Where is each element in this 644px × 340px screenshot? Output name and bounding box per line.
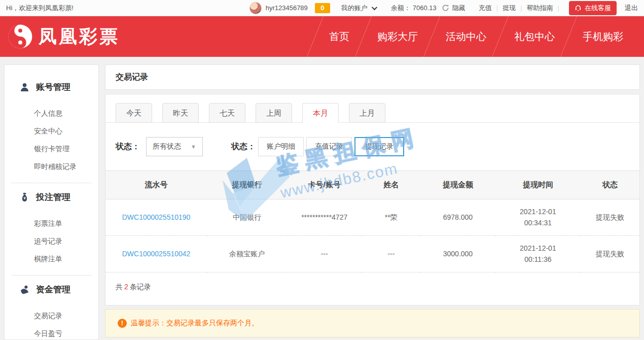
- cell-card: ***********4727: [287, 199, 362, 236]
- divider: [12, 183, 91, 183]
- cell-name: **荣: [362, 199, 420, 236]
- filter-withdraw-records-button[interactable]: 提现记录: [354, 137, 404, 156]
- records-table: 流水号 提现银行 卡号/账号 姓名 提现金额 提现时间 状态 DWC100002…: [105, 171, 639, 273]
- sidebar-item-audit-record[interactable]: 即时稽核记录: [5, 158, 98, 176]
- sidebar-section-title: 账号管理: [36, 81, 70, 93]
- balance-label: 余额：: [391, 4, 411, 13]
- caret-down-icon: ▼: [191, 144, 196, 150]
- sidebar-item-bank-card[interactable]: 银行卡管理: [5, 140, 98, 158]
- sidebar-section-title: 资金管理: [36, 284, 70, 295]
- col-card: 卡号/账号: [287, 171, 362, 199]
- username[interactable]: hyr123456789: [266, 4, 308, 12]
- cell-amount: 3000.000: [420, 235, 495, 272]
- phoenix-logo-icon: [7, 23, 33, 50]
- divider: |: [520, 4, 522, 12]
- sidebar-item-board-orders[interactable]: 棋牌注单: [5, 250, 98, 268]
- filter-row: 状态： 所有状态 ▼ 状态： 账户明细 充值记录 提现记录: [105, 123, 639, 171]
- balance-display: 余额： 7060.13 隐藏: [391, 4, 466, 13]
- user-icon: [20, 82, 29, 92]
- sidebar-item-personal-info[interactable]: 个人信息: [5, 105, 98, 122]
- warning-icon: !: [118, 319, 127, 328]
- tab-yesterday[interactable]: 昨天: [162, 103, 199, 123]
- brand-logo[interactable]: 凤凰彩票: [7, 23, 120, 50]
- top-utility-bar: Hi，欢迎来到凤凰彩票! hyr123456789 0 我的账户 余额： 706…: [0, 0, 644, 16]
- tab-last-month[interactable]: 上月: [349, 103, 385, 123]
- cell-name: ---: [362, 235, 420, 272]
- record-count-value: 2: [124, 283, 128, 291]
- col-serial: 流水号: [105, 171, 207, 199]
- status-filter-label: 状态：: [116, 142, 140, 152]
- nav-item-activity-center[interactable]: 活动中心: [432, 30, 500, 44]
- nav-item-mobile[interactable]: 手机购彩: [569, 30, 637, 44]
- table-row: DWC1000025510190 中国银行 ***********4727 **…: [105, 199, 639, 236]
- sidebar-item-security-center[interactable]: 安全中心: [5, 122, 98, 140]
- nav-item-home[interactable]: 首页: [315, 30, 363, 44]
- record-count: 共2条记录: [105, 273, 639, 305]
- cell-card: ---: [287, 235, 362, 272]
- nav-item-gift-center[interactable]: 礼包中心: [500, 30, 568, 44]
- sidebar-item-lottery-orders[interactable]: 彩票注单: [5, 215, 98, 232]
- cell-serial[interactable]: DWC1000025510190: [105, 199, 207, 236]
- withdraw-link[interactable]: 提现: [503, 4, 516, 13]
- date-tabs: 今天 昨天 七天 上周 本月 上月: [105, 94, 639, 123]
- moneybag-icon: ¥: [20, 192, 29, 202]
- cell-bank: 中国银行: [207, 199, 287, 236]
- notice-banner: ! 温馨提示：交易记录最多只保存两个月。: [105, 309, 640, 337]
- cell-status: 提现失败: [581, 199, 639, 236]
- sidebar-item-today-profit[interactable]: 今日盈亏: [5, 325, 98, 340]
- sidebar-section-account: 账号管理: [5, 81, 98, 93]
- filter-recharge-records-button[interactable]: 充值记录: [306, 137, 352, 156]
- notice-text: 温馨提示：交易记录最多只保存两个月。: [131, 319, 259, 328]
- refresh-icon[interactable]: [442, 4, 449, 12]
- main-content: 交易记录 今天 昨天 七天 上周 本月 上月 状态： 所有状态 ▼ 状态： 账户…: [105, 64, 640, 340]
- brand-name: 凤凰彩票: [39, 24, 120, 49]
- records-panel: 今天 昨天 七天 上周 本月 上月 状态： 所有状态 ▼ 状态： 账户明细 充值…: [105, 94, 640, 305]
- divider: [12, 275, 91, 276]
- online-service-label: 在线客服: [585, 4, 611, 13]
- sidebar-item-chase-records[interactable]: 追号记录: [5, 232, 98, 250]
- sidebar: 账号管理 个人信息 安全中心 银行卡管理 即时稽核记录 ¥ 投注管理 彩票注单 …: [4, 64, 99, 340]
- page-title: 交易记录: [105, 64, 640, 90]
- funds-icon: [20, 285, 29, 294]
- divider: |: [496, 4, 498, 12]
- cell-status: 提现失败: [581, 235, 639, 272]
- cell-time: 2021-12-01 00:34:31: [495, 199, 581, 236]
- nav-item-lottery-hall[interactable]: 购彩大厅: [364, 30, 432, 44]
- headset-icon: [575, 5, 582, 12]
- chevron-down-icon: [372, 4, 377, 10]
- status-dropdown[interactable]: 所有状态 ▼: [146, 137, 203, 156]
- filter-account-detail-button[interactable]: 账户明细: [258, 137, 304, 156]
- message-count-badge[interactable]: 0: [315, 3, 330, 13]
- balance-value: 7060.13: [413, 4, 437, 12]
- table-row: DWC1000025510042 余额宝账户 --- --- 3000.000 …: [105, 235, 639, 272]
- logout-link[interactable]: 退出: [625, 4, 638, 13]
- divider: |: [558, 4, 559, 12]
- col-amount: 提现金额: [420, 171, 495, 199]
- cell-bank: 余额宝账户: [207, 235, 287, 272]
- col-status: 状态: [581, 171, 639, 199]
- sidebar-section-betting: ¥ 投注管理: [5, 191, 98, 203]
- my-account-menu[interactable]: 我的账户: [341, 4, 376, 13]
- tab-last-week[interactable]: 上周: [256, 103, 292, 123]
- status-dropdown-value: 所有状态: [153, 142, 181, 151]
- tab-today[interactable]: 今天: [116, 103, 152, 123]
- welcome-text: Hi，欢迎来到凤凰彩票!: [6, 4, 74, 13]
- type-filter-label: 状态：: [231, 142, 256, 152]
- sidebar-item-transaction-records[interactable]: 交易记录: [5, 307, 98, 325]
- main-navbar: 凤凰彩票 首页 购彩大厅 活动中心 礼包中心 手机购彩: [0, 16, 644, 57]
- avatar[interactable]: [249, 2, 262, 14]
- col-time: 提现时间: [495, 171, 581, 199]
- col-name: 姓名: [362, 171, 420, 199]
- table-header-row: 流水号 提现银行 卡号/账号 姓名 提现金额 提现时间 状态: [105, 171, 639, 199]
- recharge-link[interactable]: 充值: [479, 4, 492, 13]
- help-guide-link[interactable]: 帮助指南: [527, 4, 553, 13]
- sidebar-section-funds: 资金管理: [5, 284, 98, 295]
- hide-balance-link[interactable]: 隐藏: [452, 4, 466, 13]
- tab-seven-days[interactable]: 七天: [209, 103, 245, 123]
- cell-time: 2021-12-01 00:11:36: [495, 235, 581, 272]
- online-service-button[interactable]: 在线客服: [569, 1, 617, 15]
- cell-amount: 6978.000: [420, 199, 495, 236]
- tab-this-month[interactable]: 本月: [302, 103, 339, 123]
- col-bank: 提现银行: [207, 171, 287, 199]
- cell-serial[interactable]: DWC1000025510042: [105, 235, 207, 272]
